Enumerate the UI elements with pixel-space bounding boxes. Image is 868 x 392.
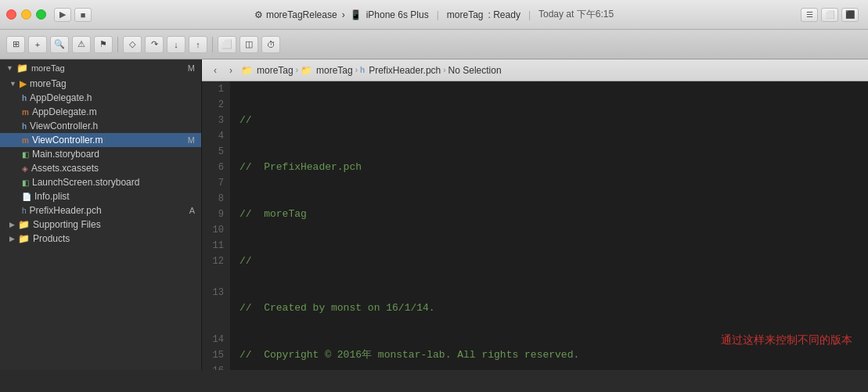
sidebar: ▼ 📁 moreTag M ▼ ▶ moreTag h AppDelegate.…	[0, 59, 202, 370]
bc-label: moreTag	[316, 65, 353, 76]
disclosure[interactable]: ▶	[9, 235, 15, 243]
m-icon: m	[22, 108, 29, 117]
root-disclosure[interactable]: ▼	[6, 64, 13, 72]
group-disclosure[interactable]: ▼	[9, 80, 16, 88]
sidebar-item-moretag-group[interactable]: ▼ ▶ moreTag	[0, 77, 201, 91]
sidebar-item-info-plist[interactable]: 📄 Info.plist	[0, 189, 201, 203]
minimize-button[interactable]	[21, 9, 31, 20]
line-numbers: 1 2 3 4 5 6 7 8 9 10 11 12 13 14	[202, 81, 230, 370]
toolbar: ⊞ + 🔍 ⚠ ⚑ ◇ ↷ ↓ ↑ ⬜ ◫ ⏱	[0, 30, 868, 59]
close-button[interactable]	[6, 9, 16, 20]
root-badge: M	[188, 63, 195, 73]
sep1	[117, 37, 118, 52]
sidebar-item-main-storyboard[interactable]: ◧ Main.storyboard	[0, 147, 201, 161]
separator: |	[437, 9, 439, 20]
bc-label: moreTag	[257, 65, 294, 76]
h-icon: h	[22, 94, 27, 102]
h-icon: h	[22, 122, 27, 131]
code-content[interactable]: // // PrefixHeader.pch // moreTag // // …	[230, 81, 868, 370]
file-label: PrefixHeader.pch	[30, 205, 102, 216]
sidebar-item-supporting-files[interactable]: ▶ 📁 Supporting Files	[0, 218, 201, 232]
separator2: |	[528, 9, 531, 20]
breakpoint-btn[interactable]: ◇	[123, 36, 142, 53]
project-name[interactable]: moreTagRelease	[266, 9, 337, 20]
titlebar-controls: ▶ ■	[54, 8, 92, 22]
breadcrumb-moretag1[interactable]: 📁 moreTag	[241, 65, 294, 76]
sidebar-root-label: moreTag	[31, 63, 65, 73]
breadcrumb-prefixheader[interactable]: h PrefixHeader.pch	[360, 65, 441, 76]
device-name[interactable]: iPhone 6s Plus	[366, 9, 429, 20]
group-label: moreTag	[30, 78, 67, 89]
breadcrumb-no-selection: No Selection	[448, 65, 502, 76]
editor-assistant[interactable]: ◫	[240, 36, 258, 53]
sep2	[212, 37, 213, 52]
xcode-icon: ⚙	[254, 9, 263, 20]
file-label: LaunchScreen.storyboard	[32, 177, 139, 188]
pch-icon: h	[22, 207, 27, 215]
sidebar-item-prefixheader[interactable]: h PrefixHeader.pch A	[0, 203, 201, 218]
editor-version[interactable]: ⏱	[261, 36, 280, 53]
breadcrumb-back[interactable]: ‹	[208, 63, 222, 77]
add-button[interactable]: +	[28, 36, 47, 53]
file-label: ViewController.h	[30, 120, 98, 131]
sidebar-item-viewcontroller-m[interactable]: m ViewController.m M	[0, 133, 201, 147]
maximize-button[interactable]	[36, 9, 46, 20]
bc-folder-icon2: 📁	[301, 65, 312, 76]
root-folder-icon: 📁	[16, 63, 28, 74]
breadcrumb-moretag2[interactable]: 📁 moreTag	[301, 65, 353, 76]
back-forward-toggle[interactable]: ⊞	[6, 36, 25, 53]
code-line-1: //	[240, 113, 859, 128]
code-area[interactable]: 1 2 3 4 5 6 7 8 9 10 11 12 13 14	[202, 81, 868, 370]
code-line-2: // PrefixHeader.pch	[240, 160, 859, 175]
badge-m: M	[188, 135, 195, 145]
sidebar-header: ▼ 📁 moreTag M	[0, 59, 201, 77]
code-line-4: //	[240, 254, 859, 269]
folder-label: Supporting Files	[33, 219, 101, 230]
editor: 1 2 3 4 5 6 7 8 9 10 11 12 13 14	[202, 81, 868, 370]
file-label: AppDelegate.h	[30, 92, 92, 103]
sidebar-item-appdelegate-m[interactable]: m AppDelegate.m	[0, 105, 201, 119]
code-line-5: // Created by monst on 16/1/14.	[240, 300, 859, 316]
inspector-toggle[interactable]: ⬛	[841, 8, 859, 22]
navigator-toggle[interactable]: ☰	[801, 8, 818, 22]
step-out[interactable]: ↑	[189, 36, 207, 53]
disclosure[interactable]: ▶	[9, 221, 15, 228]
editor-standard[interactable]: ⬜	[218, 36, 236, 53]
sidebar-item-appdelegate-h[interactable]: h AppDelegate.h	[0, 91, 201, 105]
folder-icon: 📁	[18, 233, 30, 244]
code-line-3: // moreTag	[240, 207, 859, 222]
step-in[interactable]: ↓	[167, 36, 185, 53]
sidebar-item-viewcontroller-h[interactable]: h ViewController.h	[0, 119, 201, 133]
bc-file-icon: h	[360, 66, 365, 74]
file-label: Main.storyboard	[32, 149, 99, 160]
step-over[interactable]: ↷	[145, 36, 164, 53]
breadcrumb-items: 📁 moreTag › 📁 moreTag › h PrefixHeader.p…	[241, 65, 502, 76]
sidebar-item-assets[interactable]: ◈ Assets.xcassets	[0, 161, 201, 175]
stop-button[interactable]: ■	[74, 8, 92, 22]
device-sep: ›	[342, 9, 345, 20]
sidebar-item-launchscreen[interactable]: ◧ LaunchScreen.storyboard	[0, 175, 201, 189]
time-label: Today at 下午6:15	[538, 8, 614, 21]
project-info: ⚙ moreTagRelease	[254, 9, 337, 20]
code-line-6: // Copyright © 2016年 monstar-lab. All ri…	[240, 347, 859, 363]
bc-sep2: ›	[355, 66, 358, 74]
run-button[interactable]: ▶	[54, 8, 71, 22]
app-name: moreTag	[447, 9, 484, 20]
sidebar-item-products[interactable]: ▶ 📁 Products	[0, 232, 201, 246]
titlebar-right-controls: ☰ ⬜ ⬛	[801, 8, 859, 22]
m-icon: m	[22, 136, 29, 145]
storyboard-icon: ◧	[22, 150, 29, 159]
chinese-annotation: 通过这样来控制不同的版本	[721, 332, 852, 347]
warning-btn[interactable]: ⚠	[72, 36, 91, 53]
search-btn[interactable]: 🔍	[50, 36, 69, 53]
plist-icon: 📄	[22, 192, 31, 201]
debug-toggle[interactable]: ⬜	[821, 8, 838, 22]
titlebar-center: ⚙ moreTagRelease › 📱 iPhone 6s Plus | mo…	[254, 8, 614, 21]
issue-btn[interactable]: ⚑	[94, 36, 113, 53]
bc-filename: PrefixHeader.pch	[369, 65, 441, 76]
folder-label: Products	[33, 233, 70, 244]
breadcrumb-forward[interactable]: ›	[224, 63, 238, 77]
xcassets-icon: ◈	[22, 164, 28, 173]
file-label: Info.plist	[34, 191, 70, 202]
status-ready: : Ready	[488, 9, 520, 20]
